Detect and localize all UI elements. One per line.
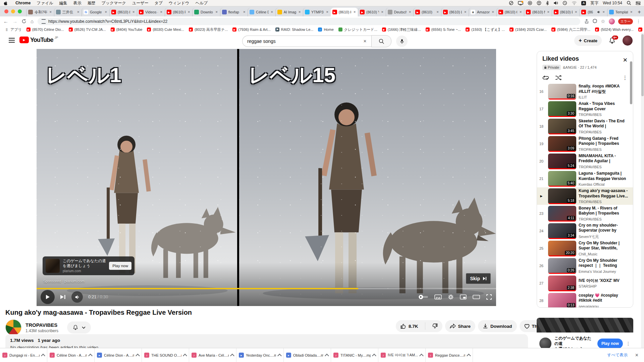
menubar-menu[interactable]: ウィンドウ	[166, 0, 192, 6]
skip-ad-button[interactable]: Skip	[466, 273, 491, 284]
playlist-item-thumbnail[interactable]: 3:45	[548, 119, 576, 134]
download-menu-chevron-icon[interactable]	[230, 354, 234, 358]
theater-mode-icon[interactable]	[473, 295, 480, 299]
playlist-item[interactable]: 23 ▶ 4:11 Boney M. - Rivers of Babylon |…	[537, 205, 633, 222]
guide-menu-icon[interactable]	[9, 38, 15, 43]
tab-close-icon[interactable]: ✕	[381, 10, 384, 14]
bookmark-item[interactable]: (7936) Raim & Art...	[230, 27, 273, 32]
bookmark-item[interactable]: ⚑ RAID: Shadow Le...	[273, 27, 316, 32]
zoom-window-button[interactable]	[18, 9, 22, 13]
menubar-menu[interactable]: ブックマーク	[98, 0, 129, 6]
notification-preference-button[interactable]	[67, 321, 91, 334]
browser-tab[interactable]: (8610) C ✕	[496, 8, 524, 16]
download-item[interactable]: Obladi Oblada....mp4	[284, 348, 331, 362]
tab-close-icon[interactable]: ✕	[76, 10, 80, 14]
download-item[interactable]: Ave Maria - Cél....mp3	[189, 348, 236, 362]
menubar-clock[interactable]: Wed 10:54	[603, 1, 622, 5]
browser-tab[interactable]: Templat ✕	[607, 8, 635, 16]
bookmark-item[interactable]: (8570) Céline Dio...	[24, 27, 66, 32]
browser-tab[interactable]: 三井住 ✕	[54, 8, 82, 16]
bookmark-item[interactable]: (8404) YouTube	[109, 27, 145, 32]
ad-play-now-button[interactable]: Play now	[109, 262, 131, 270]
browser-tab[interactable]: Downlo ✕	[192, 8, 220, 16]
playlist-close-icon[interactable]: ✕	[622, 55, 629, 65]
tab-audio-icon[interactable]	[597, 10, 600, 14]
show-all-downloads-link[interactable]: すべて表示	[607, 352, 628, 358]
home-button[interactable]: ⌂	[31, 18, 34, 24]
search-button[interactable]	[371, 35, 391, 47]
bookmark-item[interactable]: (8023) 高市早苗チ...	[187, 27, 230, 32]
playlist-item-thumbnail[interactable]: 3:09	[548, 136, 576, 152]
browser-tab[interactable]: (8610) 8 ✕	[109, 8, 137, 16]
browser-tab[interactable]: (8610) L ✕	[441, 8, 469, 16]
browser-tab[interactable]: YTMP3 ✕	[303, 8, 331, 16]
tab-close-icon[interactable]: ✕	[215, 10, 218, 14]
spotlight-icon[interactable]	[627, 1, 631, 5]
download-item[interactable]: Dungagi ni - En....mp3	[0, 348, 47, 362]
tab-close-icon[interactable]: ✕	[132, 10, 135, 14]
bookmark-item[interactable]: (5984) 六二二同学...	[549, 27, 592, 32]
download-menu-chevron-icon[interactable]	[41, 354, 45, 358]
menubar-app-name[interactable]: Chrome	[12, 1, 34, 5]
playlist-item-thumbnail[interactable]: 2:38	[548, 276, 576, 291]
sidebar-ad-image[interactable]	[537, 318, 633, 333]
browser-tab[interactable]: a Amazon ✕	[469, 8, 496, 16]
playlist-item-thumbnail[interactable]: 0:13	[548, 293, 576, 308]
bookmark-item[interactable]: (1593) 【こずえ】...	[464, 27, 507, 32]
accessibility-icon[interactable]	[537, 1, 541, 5]
channel-name[interactable]: TROPAVIBES	[25, 322, 58, 328]
sidebar-ad-menu-icon[interactable]: ⋮	[626, 341, 631, 346]
menubar-menu[interactable]: 編集	[56, 0, 70, 6]
shuffle-icon[interactable]	[555, 75, 562, 80]
playlist-item[interactable]: 27 ▶ 2:38 IVE 아이브 'XOXZ' MV STARSHIP	[537, 275, 633, 292]
playlist-item[interactable]: 18 ▶ 3:45 Skeeter Davis - The End Of The…	[537, 118, 633, 135]
search-query-text[interactable]: reggae songs	[247, 39, 361, 44]
bookmark-item[interactable]: (8030) Cute Mexi...	[145, 27, 186, 32]
tab-close-icon[interactable]: ✕	[491, 10, 495, 14]
video-player[interactable]: レベル1	[37, 49, 496, 306]
next-button[interactable]	[60, 294, 66, 300]
subtitles-icon[interactable]	[434, 294, 442, 300]
playlist-item[interactable]: 26 ▶ 0:26 Cry On My Shoulder respect ｜｜ …	[537, 257, 633, 275]
playlist-menu-icon[interactable]: ⋮	[623, 75, 628, 81]
forward-button[interactable]: →	[12, 18, 17, 24]
tab-close-icon[interactable]: ✕	[104, 10, 108, 14]
ad-overlay-card[interactable]: このゲームであなたの道 を選びましょう plarium.com Play now	[43, 256, 135, 275]
playlist-item-thumbnail[interactable]: 5:40	[548, 171, 576, 187]
new-tab-button[interactable]: +	[635, 8, 644, 16]
playlist-item-thumbnail[interactable]: 5:24	[548, 154, 576, 169]
playlist-item-thumbnail[interactable]: 3:34	[548, 223, 576, 239]
tab-close-icon[interactable]: ✕	[574, 10, 578, 14]
screen-record-icon[interactable]	[528, 1, 532, 5]
menubar-menu[interactable]: 表示	[70, 0, 84, 6]
site-settings-icon[interactable]	[42, 19, 46, 24]
tab-close-icon[interactable]: ✕	[326, 10, 329, 14]
play-button[interactable]	[41, 290, 55, 304]
apple-menu-icon[interactable]	[3, 1, 8, 5]
bookmark-star-icon[interactable]: ☆	[601, 18, 605, 24]
page-scrollbar[interactable]	[641, 33, 644, 348]
back-button[interactable]: ←	[3, 18, 8, 24]
download-menu-chevron-icon[interactable]	[277, 354, 282, 358]
reload-button[interactable]	[21, 19, 26, 24]
share-button[interactable]: Share	[445, 320, 476, 332]
loop-icon[interactable]	[542, 75, 549, 80]
playlist-item[interactable]: 24 ▶ 3:34 Cry on my shoulder-Superstar (…	[537, 222, 633, 240]
download-item[interactable]: IVE 아이브 'I AM....mp3	[378, 348, 426, 362]
playlist-item-thumbnail[interactable]: 4:11	[548, 206, 576, 222]
search-clear-icon[interactable]: ✕	[363, 39, 367, 44]
fullscreen-icon[interactable]	[486, 294, 492, 300]
search-input[interactable]: reggae songs ✕	[242, 36, 371, 47]
extensions-puzzle-icon[interactable]	[592, 19, 597, 24]
tab-close-icon[interactable]: ✕	[270, 10, 274, 14]
display-icon[interactable]	[518, 1, 523, 5]
menubar-menu[interactable]: ファイル	[34, 0, 56, 6]
tab-close-icon[interactable]: ✕	[630, 10, 633, 14]
menubar-menu[interactable]: 履歴	[84, 0, 98, 6]
control-center-icon[interactable]	[636, 1, 641, 5]
bookmark-item[interactable]: ⌂ Home	[316, 27, 335, 32]
browser-tab[interactable]: (8610) ✕	[413, 8, 441, 16]
chrome-menu-icon[interactable]: ⋮	[636, 19, 641, 24]
miniplayer-icon[interactable]	[460, 294, 467, 300]
browser-tab[interactable]: flexfap ✕	[220, 8, 248, 16]
